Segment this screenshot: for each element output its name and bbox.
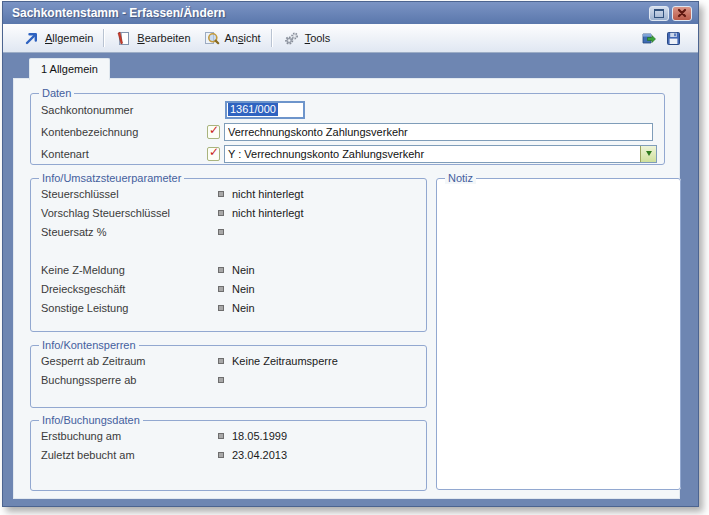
group-notiz-legend: Notiz (445, 172, 476, 184)
toolbar-item-tools[interactable]: Tools (277, 28, 337, 49)
toolbar: Allgemein Bearbeiten Ansicht (3, 24, 698, 53)
group-umsatzsteuerparameter: Info/Umsatzsteuerparameter Steuerschlüss… (30, 172, 427, 332)
bullet-icon (218, 229, 224, 235)
info-row: Dreiecksgeschäft Nein (41, 279, 426, 298)
info-value: Nein (232, 302, 255, 314)
info-label: Gesperrt ab Zeitraum (41, 355, 218, 367)
check-note-icon: ✓ (207, 147, 220, 161)
info-value: Keine Zeitraumsperre (232, 355, 338, 367)
info-row: Gesperrt ab Zeitraum Keine Zeitraumsperr… (41, 351, 426, 370)
kontenbezeichnung-input[interactable] (224, 123, 653, 141)
kontenart-select[interactable]: Y : Verrechnungskonto Zahlungsverkehr (224, 145, 657, 163)
bullet-icon (218, 377, 224, 383)
info-label: Dreiecksgeschäft (41, 283, 218, 295)
info-label: Vorschlag Steuerschlüssel (41, 207, 218, 219)
window-controls (649, 6, 692, 21)
info-label: Keine Z-Meldung (41, 264, 218, 276)
form-row-sachkontonummer: Sachkontonummer 1361/000 (41, 99, 664, 120)
bullet-icon (218, 210, 224, 216)
bullet-icon (218, 433, 224, 439)
bullet-icon (218, 267, 224, 273)
window-title: Sachkontenstamm - Erfassen/Ändern (12, 6, 225, 20)
bullet-icon (218, 358, 224, 364)
info-value: Nein (232, 264, 255, 276)
field-label: Sachkontonummer (41, 104, 207, 116)
notiz-textarea[interactable] (439, 194, 678, 487)
notebook-pen-icon (115, 30, 132, 47)
info-label: Zuletzt bebucht am (41, 449, 218, 461)
desktop: Sachkontenstamm - Erfassen/Ändern Allg (0, 0, 709, 515)
info-row: Buchungssperre ab (41, 370, 426, 389)
info-row: Steuerschlüssel nicht hinterlegt (41, 184, 426, 203)
bullet-icon (218, 286, 224, 292)
info-value: 23.04.2013 (232, 449, 287, 461)
toolbar-separator (103, 29, 105, 47)
info-value: Nein (232, 283, 255, 295)
chevron-down-icon (646, 151, 652, 156)
group-buchungsdaten-legend: Info/Buchungsdaten (39, 414, 143, 426)
titlebar: Sachkontenstamm - Erfassen/Ändern (3, 2, 698, 24)
group-buchungsdaten: Info/Buchungsdaten Erstbuchung am 18.05.… (30, 414, 427, 491)
info-row: Erstbuchung am 18.05.1999 (41, 426, 426, 445)
restore-window-icon (654, 9, 664, 18)
toolbar-item-allgemein[interactable]: Allgemein (17, 28, 99, 49)
toolbar-item-bearbeiten[interactable]: Bearbeiten (109, 28, 196, 49)
bullet-icon (218, 305, 224, 311)
field-label: Kontenart (41, 148, 207, 160)
info-label: Sonstige Leistung (41, 302, 218, 314)
kontenart-selected-value: Y : Verrechnungskonto Zahlungsverkehr (225, 148, 640, 160)
info-value: nicht hinterlegt (232, 188, 304, 200)
info-value: nicht hinterlegt (232, 207, 304, 219)
row-spacer (41, 241, 426, 260)
check-note-icon: ✓ (207, 125, 220, 139)
toolbar-separator (271, 29, 273, 47)
group-daten: Daten Sachkontonummer 1361/000 Kontenbez… (30, 87, 665, 165)
gears-icon (283, 30, 300, 47)
form-row-kontenbezeichnung: Kontenbezeichnung ✓ (41, 121, 664, 142)
info-label: Steuerschlüssel (41, 188, 218, 200)
info-row: Keine Z-Meldung Nein (41, 260, 426, 279)
save-floppy-icon (665, 30, 682, 47)
group-kontensperren-legend: Info/Kontensperren (39, 339, 139, 351)
sachkontonummer-input[interactable]: 1361/000 (225, 101, 305, 119)
info-row: Vorschlag Steuerschlüssel nicht hinterle… (41, 203, 426, 222)
bullet-icon (218, 452, 224, 458)
group-kontensperren: Info/Kontensperren Gesperrt ab Zeitraum … (30, 339, 427, 408)
restore-button[interactable] (649, 6, 669, 21)
app-window: Sachkontenstamm - Erfassen/Ändern Allg (2, 1, 699, 507)
bullet-icon (218, 191, 224, 197)
info-row: Zuletzt bebucht am 23.04.2013 (41, 445, 426, 464)
toolbar-item-ansicht[interactable]: Ansicht (197, 28, 267, 49)
info-row: Steuersatz % (41, 222, 426, 241)
content-panel: Daten Sachkontonummer 1361/000 Kontenbez… (13, 78, 680, 499)
info-label: Steuersatz % (41, 226, 218, 238)
main-area: 1 Allgemein Daten Sachkontonummer 1361/0… (4, 53, 697, 505)
group-daten-legend: Daten (39, 87, 74, 99)
close-button[interactable] (672, 6, 692, 21)
tab-allgemein[interactable]: 1 Allgemein (29, 58, 110, 80)
export-book-arrow-icon (640, 30, 657, 47)
close-x-icon (677, 8, 687, 18)
dropdown-button[interactable] (640, 146, 656, 162)
info-row: Sonstige Leistung Nein (41, 298, 426, 317)
group-notiz: Notiz (436, 172, 681, 490)
arrow-northeast-icon (23, 30, 40, 47)
save-button[interactable] (661, 28, 686, 49)
group-umsatzsteuer-legend: Info/Umsatzsteuerparameter (39, 172, 184, 184)
magnifier-page-icon (203, 30, 220, 47)
info-label: Buchungssperre ab (41, 374, 218, 386)
field-label: Kontenbezeichnung (41, 126, 207, 138)
export-button[interactable] (636, 28, 661, 49)
selected-text: 1361/000 (228, 103, 278, 116)
form-row-kontenart: Kontenart ✓ Y : Verrechnungskonto Zahlun… (41, 143, 664, 164)
info-label: Erstbuchung am (41, 430, 218, 442)
info-value: 18.05.1999 (232, 430, 287, 442)
